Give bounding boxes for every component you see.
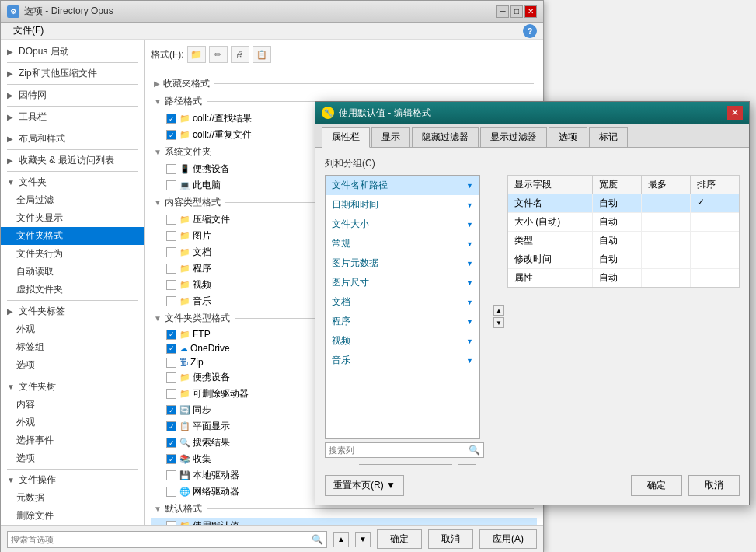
checkbox-repeat[interactable] — [166, 130, 176, 140]
dropdown-arrow: ▼ — [466, 201, 473, 209]
col-item-datetime[interactable]: 日期和时间 ▼ — [326, 195, 479, 215]
cell-width: 自动 — [593, 213, 642, 231]
dialog-ok-button[interactable]: 确定 — [631, 475, 682, 496]
cancel-button[interactable]: 取消 — [428, 529, 473, 549]
sidebar-item-network[interactable]: ▶ 因特网 — [1, 86, 144, 104]
sidebar-item-file-folder-tree[interactable]: ▼ 文件夹树 — [1, 378, 144, 396]
sidebar-item-file-ops[interactable]: ▼ 文件操作 — [1, 471, 144, 489]
sidebar-item-metadata[interactable]: 元数据 — [1, 489, 144, 507]
format-edit-btn[interactable]: ✏ — [209, 46, 228, 63]
checkbox-pictures[interactable] — [166, 231, 176, 241]
ok-button[interactable]: 确定 — [377, 529, 422, 549]
maximize-button[interactable]: □ — [510, 5, 523, 18]
sidebar-item-options[interactable]: 选项 — [1, 356, 144, 374]
col-item-filesize[interactable]: 文件大小 ▼ — [326, 215, 479, 234]
sidebar-item-appearance[interactable]: 外观 — [1, 320, 144, 338]
tab-attributes[interactable]: 属性栏 — [322, 127, 370, 148]
checkbox-portable2[interactable] — [166, 372, 176, 383]
cell-field: 文件名 — [508, 194, 593, 212]
sidebar-item-global-filter[interactable]: 全局过滤 — [1, 191, 144, 209]
sidebar-item-folder[interactable]: ▼ 文件夹 — [1, 173, 144, 191]
nav-down-button[interactable]: ▼ — [355, 532, 371, 547]
section-favorites[interactable]: ▶ 收藏夹格式 — [151, 75, 537, 93]
table-row[interactable]: 大小 (自动) 自动 — [508, 213, 739, 232]
sidebar-item-virtual-folder[interactable]: 虚拟文件夹 — [1, 281, 144, 299]
checkbox-network[interactable] — [166, 487, 176, 497]
checkbox-flat[interactable] — [166, 421, 176, 431]
search-box[interactable]: 🔍 — [7, 531, 327, 548]
search-columns[interactable]: 🔍 — [325, 442, 484, 458]
table-row[interactable]: 属性 自动 — [508, 269, 739, 287]
sidebar-item-auto-read[interactable]: 自动读取 — [1, 263, 144, 281]
sidebar-item-labels[interactable]: 标签组 — [1, 338, 144, 356]
checkbox-search[interactable] — [166, 114, 176, 124]
nav-up-button[interactable]: ▲ — [333, 532, 349, 547]
tab-display[interactable]: 显示 — [371, 127, 410, 147]
groupby-config-btn[interactable]: ⚙ — [458, 464, 476, 465]
col-item-image-size[interactable]: 图片尺寸 ▼ — [326, 273, 479, 292]
sidebar-item-file-tags[interactable]: ▶ 文件夹标签 — [1, 302, 144, 320]
sidebar-item-outer-look[interactable]: 外观 — [1, 414, 144, 431]
sidebar-item-delete-files[interactable]: 删除文件 — [1, 507, 144, 525]
apply-button[interactable]: 应用(A) — [479, 529, 537, 549]
sidebar-item-select-event[interactable]: 选择事件 — [1, 431, 144, 449]
sidebar-item-folder-format[interactable]: 文件夹格式 — [1, 227, 144, 245]
format-folder-btn[interactable]: 📁 — [187, 46, 206, 63]
help-icon[interactable]: ? — [523, 24, 537, 38]
dialog-close-button[interactable]: ✕ — [727, 106, 743, 120]
sidebar-item-dopus-start[interactable]: ▶ DOpus 启动 — [1, 43, 144, 61]
sidebar-item-folder-behavior[interactable]: 文件夹行为 — [1, 245, 144, 263]
col-item-music[interactable]: 音乐 ▼ — [326, 351, 479, 370]
sidebar-item-folder-display[interactable]: 文件夹显示 — [1, 209, 144, 227]
checkbox-zip[interactable] — [166, 358, 176, 368]
checkbox-music[interactable] — [166, 296, 176, 306]
tab-hide-filter[interactable]: 隐藏过滤器 — [412, 127, 479, 147]
tab-mark[interactable]: 标记 — [589, 127, 628, 147]
menu-file[interactable]: 文件(F) — [7, 23, 50, 39]
sidebar-item-favorites[interactable]: ▶ 收藏夹 & 最近访问列表 — [1, 152, 144, 169]
col-item-video[interactable]: 视频 ▼ — [326, 331, 479, 351]
col-item-filename[interactable]: 文件名和路径 ▼ — [326, 176, 479, 195]
col-item-common[interactable]: 常规 ▼ — [326, 234, 479, 253]
checkbox-removable[interactable] — [166, 389, 176, 399]
move-up-button[interactable]: ▲ — [493, 305, 504, 316]
minimize-button[interactable]: ─ — [496, 5, 509, 18]
col-item-image-meta[interactable]: 图片元数据 ▼ — [326, 253, 479, 273]
tab-show-filter[interactable]: 显示过滤器 — [480, 127, 547, 147]
checkbox-portable[interactable] — [166, 164, 176, 174]
checkbox-ftp[interactable] — [166, 330, 176, 340]
dialog-cancel-button[interactable]: 取消 — [688, 475, 740, 496]
sidebar-item-toolbar[interactable]: ▶ 工具栏 — [1, 108, 144, 126]
search-input[interactable] — [11, 535, 312, 544]
sidebar-item-options2[interactable]: 选项 — [1, 449, 144, 467]
sidebar-item-layout[interactable]: ▶ 布局和样式 — [1, 130, 144, 148]
checkbox-collection[interactable] — [166, 454, 176, 464]
default-use-default[interactable]: 📁 使用默认值 — [151, 518, 537, 525]
checkbox-videos[interactable] — [166, 280, 176, 290]
reset-button[interactable]: 重置本页(R) ▼ — [325, 475, 404, 496]
table-row[interactable]: 修改时间 自动 — [508, 250, 739, 269]
close-button[interactable]: ✕ — [524, 5, 537, 18]
groupby-select[interactable]: 不分组 — [359, 464, 452, 465]
format-print-btn[interactable]: 🖨 — [231, 46, 249, 63]
format-copy-btn[interactable]: 📋 — [253, 46, 271, 63]
checkbox-search2[interactable] — [166, 438, 176, 448]
checkbox-onedrive[interactable] — [166, 344, 176, 354]
sidebar-item-content[interactable]: 内容 — [1, 396, 144, 414]
col-item-program[interactable]: 程序 ▼ — [326, 312, 479, 331]
checkbox-compressed[interactable] — [166, 215, 176, 225]
table-row[interactable]: 文件名 自动 ✓ — [508, 194, 739, 213]
move-down-button[interactable]: ▼ — [493, 317, 504, 328]
search-columns-input[interactable] — [329, 445, 469, 455]
checkbox-use-default[interactable] — [166, 521, 176, 525]
table-row[interactable]: 类型 自动 — [508, 232, 739, 250]
checkbox-local[interactable] — [166, 470, 176, 480]
sidebar-item-zip[interactable]: ▶ Zip和其他压缩文件 — [1, 65, 144, 82]
checkbox-this-pc[interactable] — [166, 180, 176, 190]
checkbox-programs[interactable] — [166, 264, 176, 274]
expand-arrow: ▼ — [7, 383, 16, 391]
tab-options[interactable]: 选项 — [549, 127, 587, 147]
checkbox-sync[interactable] — [166, 405, 176, 415]
col-item-doc[interactable]: 文档 ▼ — [326, 292, 479, 312]
checkbox-docs[interactable] — [166, 247, 176, 257]
